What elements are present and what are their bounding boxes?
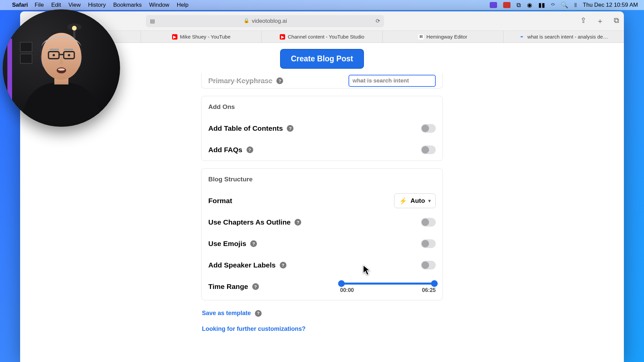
chevron-down-icon: ▾ bbox=[428, 198, 431, 203]
menu-history[interactable]: History bbox=[88, 2, 106, 8]
format-dropdown[interactable]: ⚡ Auto ▾ bbox=[394, 193, 436, 208]
save-as-template-link[interactable]: Save as template bbox=[202, 310, 251, 317]
now-playing-icon[interactable]: ◉ bbox=[527, 1, 532, 9]
favicon-youtube-icon: ▶ bbox=[172, 34, 177, 40]
tab-4[interactable]: ✒︎ what is search intent - analysis de… bbox=[503, 31, 624, 43]
toggle-label-emojis: Use Emojis bbox=[208, 240, 246, 248]
menu-extra-purple-icon[interactable] bbox=[490, 2, 497, 8]
tab-label: Hemingway Editor bbox=[426, 34, 467, 40]
favicon-hemingway-icon: H bbox=[418, 34, 424, 40]
tab-label: what is search intent - analysis de… bbox=[527, 34, 608, 40]
time-range-start: 00:00 bbox=[340, 287, 354, 293]
svg-rect-6 bbox=[20, 54, 32, 63]
toggle-label-faqs: Add FAQs ? bbox=[208, 146, 253, 154]
share-icon[interactable]: ⇪ bbox=[580, 16, 586, 26]
structure-title: Blog Structure bbox=[208, 176, 253, 183]
tab-label: Mike Shuey - YouTube bbox=[180, 34, 230, 40]
svg-rect-15 bbox=[64, 49, 73, 50]
address-bar[interactable]: ▤ 🔒 videotoblog.ai ⟳ bbox=[146, 15, 384, 27]
tab-2[interactable]: ▶ Channel content - YouTube Studio bbox=[262, 31, 382, 43]
svg-point-13 bbox=[68, 54, 70, 56]
menu-bookmarks[interactable]: Bookmarks bbox=[113, 2, 142, 8]
time-range-slider[interactable] bbox=[340, 283, 436, 285]
help-icon[interactable]: ? bbox=[252, 283, 259, 290]
svg-point-17 bbox=[58, 68, 65, 71]
time-range-label: Time Range bbox=[208, 283, 248, 291]
toggle-faqs[interactable] bbox=[421, 145, 436, 154]
toggle-label-chapters: Use Chapters As Outline bbox=[208, 218, 290, 226]
tab-1[interactable]: ▶ Mike Shuey - YouTube bbox=[141, 31, 262, 43]
tabs-overview-icon[interactable]: ⧉ bbox=[614, 16, 619, 26]
tab-3[interactable]: H Hemingway Editor bbox=[383, 31, 503, 43]
svg-rect-1 bbox=[7, 39, 12, 104]
card-structure: Blog Structure Format ⚡ Auto ▾ Use Chapt… bbox=[201, 168, 443, 300]
toggle-label-speaker: Add Speaker Labels bbox=[208, 261, 276, 269]
help-icon[interactable]: ? bbox=[250, 240, 257, 247]
lock-icon: 🔒 bbox=[244, 18, 249, 24]
toggle-toc[interactable] bbox=[421, 124, 436, 133]
help-icon[interactable]: ? bbox=[247, 146, 253, 153]
tab-label: Channel content - YouTube Studio bbox=[288, 34, 364, 40]
toggle-emojis[interactable] bbox=[421, 239, 436, 248]
menu-edit[interactable]: Edit bbox=[51, 2, 61, 8]
svg-point-4 bbox=[72, 26, 77, 31]
menu-view[interactable]: View bbox=[68, 2, 81, 8]
bolt-icon: ⚡ bbox=[399, 197, 407, 205]
presenter-webcam bbox=[3, 9, 120, 127]
app-name[interactable]: Safari bbox=[12, 2, 28, 8]
address-text: videotoblog.ai bbox=[252, 18, 287, 24]
menu-help[interactable]: Help bbox=[177, 2, 189, 8]
control-center-icon[interactable]: ⫴ bbox=[574, 2, 577, 9]
reader-icon[interactable]: ▤ bbox=[150, 18, 155, 24]
primary-keyphrase-input[interactable]: what is search intent bbox=[348, 75, 436, 87]
help-icon[interactable]: ? bbox=[287, 125, 293, 132]
reload-icon[interactable]: ⟳ bbox=[376, 18, 380, 24]
help-icon[interactable]: ? bbox=[294, 219, 301, 226]
favicon-youtube-icon: ▶ bbox=[280, 34, 285, 40]
spotlight-icon[interactable]: 🔍 bbox=[561, 1, 568, 9]
screen-mirroring-icon[interactable]: ⧉ bbox=[517, 2, 521, 9]
menu-window[interactable]: Window bbox=[149, 2, 169, 8]
time-range-thumb-start[interactable] bbox=[338, 280, 345, 287]
help-icon[interactable]: ? bbox=[276, 77, 283, 84]
more-customizations-link[interactable]: Looking for further customizations? bbox=[202, 325, 306, 333]
svg-point-12 bbox=[53, 54, 55, 56]
format-value: Auto bbox=[411, 197, 425, 204]
card-keyphrase: Primary Keyphrase ? what is search inten… bbox=[201, 73, 443, 88]
svg-rect-5 bbox=[20, 42, 32, 52]
favicon-feather-icon: ✒︎ bbox=[519, 34, 525, 40]
new-tab-icon[interactable]: ＋ bbox=[596, 16, 604, 26]
help-icon[interactable]: ? bbox=[255, 310, 262, 317]
svg-rect-14 bbox=[50, 49, 59, 50]
time-range-thumb-end[interactable] bbox=[431, 280, 438, 287]
time-range-end: 06:25 bbox=[422, 287, 436, 293]
macos-menubar: Safari File Edit View History Bookmarks … bbox=[0, 0, 644, 10]
battery-icon[interactable]: ▮▮ bbox=[538, 1, 545, 9]
create-blog-post-button[interactable]: Create Blog Post bbox=[280, 49, 364, 69]
primary-keyphrase-label: Primary Keyphrase bbox=[208, 77, 272, 85]
toggle-label-toc: Add Table of Contents ? bbox=[208, 124, 293, 132]
toggle-speaker[interactable] bbox=[421, 261, 436, 269]
card-addons: Add Ons Add Table of Contents ? Add FAQs… bbox=[201, 96, 443, 161]
help-icon[interactable]: ? bbox=[280, 262, 286, 268]
menu-file[interactable]: File bbox=[35, 2, 44, 8]
wifi-icon[interactable]: ⌔ bbox=[551, 2, 555, 9]
menu-extra-red-icon[interactable] bbox=[503, 2, 511, 8]
addons-title: Add Ons bbox=[208, 103, 235, 111]
toggle-chapters[interactable] bbox=[421, 218, 436, 227]
primary-keyphrase-value: what is search intent bbox=[353, 77, 409, 84]
format-label: Format bbox=[208, 197, 232, 205]
browser-toolbar: ‹ › ▤ 🔒 videotoblog.ai ⟳ ⇪ ＋ ⧉ bbox=[20, 11, 624, 31]
clock[interactable]: Thu Dec 12 10:59 AM bbox=[583, 2, 638, 8]
